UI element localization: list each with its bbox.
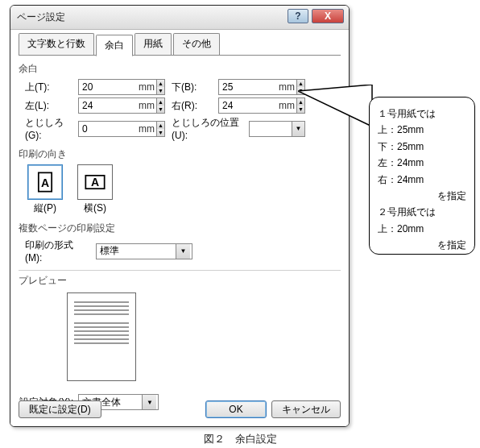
bottom-label: 下(B): [172,81,212,94]
orientation-label: 印刷の向き [19,147,341,161]
set-default-button[interactable]: 既定に設定(D) [19,400,101,418]
dropdown-icon[interactable]: ▼ [176,244,190,259]
landscape-button[interactable]: A 横(S) [75,164,115,215]
tab-other[interactable]: その他 [173,33,220,55]
page-setup-dialog: ページ設定 ? X 文字数と行数 余白 用紙 その他 余白 上(T): mm ▲… [10,5,350,427]
gutter-spinner[interactable]: mm ▲▼ [78,121,165,137]
left-input[interactable] [79,98,139,113]
unit-mm: mm [139,81,156,93]
callout-bubble: １号用紙では 上：25mm 下：25mm 左：24mm 右：24mm を指定 ２… [369,97,475,255]
format-input[interactable] [97,244,176,259]
right-spinner[interactable]: mm ▲▼ [218,97,305,114]
bottom-input[interactable] [219,80,279,94]
format-select[interactable]: ▼ [96,243,192,259]
multipage-group: 複数ページの印刷設定 印刷の形式(M): ▼ [19,222,341,263]
tab-chars-lines[interactable]: 文字数と行数 [19,33,94,55]
landscape-icon: A [77,164,113,200]
bottom-spinner[interactable]: mm ▲▼ [218,79,305,95]
spin-down-icon[interactable]: ▼ [157,87,164,94]
spin-down-icon[interactable]: ▼ [157,129,164,136]
gutter-pos-select[interactable]: ▼ [249,121,305,137]
gutter-label: とじしろ(G): [19,116,72,141]
spin-up-icon[interactable]: ▲ [157,98,164,106]
format-label: 印刷の形式(M): [19,239,89,263]
top-input[interactable] [79,80,139,94]
dialog-title: ページ設定 [17,10,65,24]
right-label: 右(R): [172,99,212,113]
landscape-label: 横(S) [84,202,106,214]
figure-caption: 図２ 余白設定 [0,432,480,446]
preview-label: プレビュー [19,274,341,288]
top-label: 上(T): [19,81,72,94]
spin-down-icon[interactable]: ▼ [157,106,164,113]
multipage-label: 複数ページの印刷設定 [19,222,341,235]
callout: １号用紙では 上：25mm 下：25mm 左：24mm 右：24mm を指定 ２… [354,97,475,258]
preview-group: プレビュー [19,274,341,381]
cancel-button[interactable]: キャンセル [271,400,341,418]
right-input[interactable] [219,98,279,113]
portrait-button[interactable]: A 縦(P) [25,164,65,215]
tab-margins[interactable]: 余白 [96,35,133,56]
help-button[interactable]: ? [288,9,308,23]
spin-up-icon[interactable]: ▲ [157,80,164,87]
margins-group: 余白 上(T): mm ▲▼ 下(B): mm ▲▼ 左(L): [19,62,341,141]
close-button[interactable]: X [312,9,344,23]
titlebar: ページ設定 ? X [10,6,349,30]
gutter-pos-label: とじしろの位置(U): [172,116,242,141]
margins-label: 余白 [19,62,341,76]
callout-text: １号用紙では [378,106,466,122]
portrait-label: 縦(P) [34,202,56,214]
ok-button[interactable]: OK [205,400,267,418]
svg-text:A: A [91,176,99,189]
portrait-icon: A [27,164,63,200]
left-label: 左(L): [19,99,72,113]
gutter-input[interactable] [79,122,139,136]
preview-thumbnail [67,292,136,381]
orientation-group: 印刷の向き A 縦(P) A 横(S) [19,147,341,215]
left-spinner[interactable]: mm ▲▼ [78,97,165,114]
tab-strip: 文字数と行数 余白 用紙 その他 [19,33,341,56]
svg-text:A: A [41,176,49,189]
spin-up-icon[interactable]: ▲ [157,122,164,129]
tab-paper[interactable]: 用紙 [134,33,172,55]
top-spinner[interactable]: mm ▲▼ [78,79,165,95]
